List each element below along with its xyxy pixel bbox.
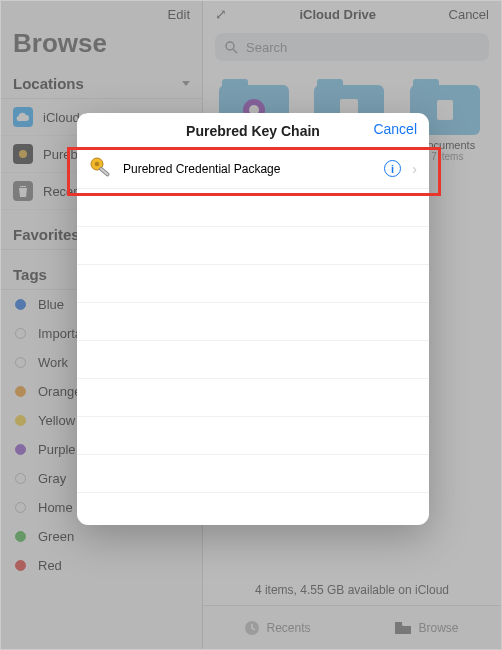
list-row-empty: [77, 265, 429, 303]
credential-package-row[interactable]: Purebred Credential Package i ›: [77, 149, 429, 189]
list-row-empty: [77, 341, 429, 379]
modal-cancel-button[interactable]: Cancel: [373, 121, 417, 137]
list-row-empty: [77, 189, 429, 227]
chevron-right-icon: ›: [412, 161, 417, 177]
list-row-empty: [77, 303, 429, 341]
list-row-empty: [77, 379, 429, 417]
modal-header: Purebred Key Chain Cancel: [77, 113, 429, 149]
list-row-empty: [77, 417, 429, 455]
keychain-modal: Purebred Key Chain Cancel Purebred Crede…: [77, 113, 429, 525]
list-row-empty: [77, 455, 429, 493]
key-icon: [89, 156, 115, 182]
list-row-empty: [77, 227, 429, 265]
credential-label: Purebred Credential Package: [123, 162, 280, 176]
info-icon[interactable]: i: [384, 160, 401, 177]
svg-point-6: [95, 161, 100, 166]
svg-rect-7: [99, 167, 109, 176]
modal-title: Purebred Key Chain: [186, 123, 320, 139]
